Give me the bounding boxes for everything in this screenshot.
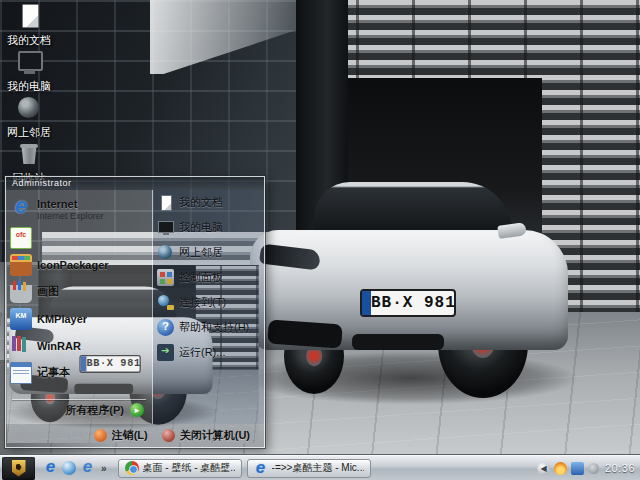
menu-item-label: 画图 [37,284,59,299]
control-panel-icon [157,269,174,286]
start-menu-columns: Internet Internet Explorer IconPackager … [6,190,264,424]
internet-explorer-icon [254,461,268,475]
quick-launch-desktop-icon[interactable] [62,461,76,475]
quick-launch-overflow-chevron[interactable]: » [99,463,109,474]
menu-item-run[interactable]: 运行(R)... [153,340,264,365]
desktop: BB·X 981 www.zhuoku.com 我的文档 我的电脑 网上邻居 回… [0,0,640,480]
network-places-icon [157,244,174,261]
all-programs-button[interactable]: 所有程序(P) ▸ [6,400,152,420]
my-computer-icon [16,49,42,75]
system-tray: ◀ 20:36 [537,456,640,480]
task-title: -=>>桌酷主题 - Mic... [272,461,364,475]
desktop-icon-label: 我的电脑 [2,80,56,92]
quick-launch-browser-icon[interactable] [79,460,96,477]
menu-item-my-computer[interactable]: 我的电脑 [153,215,264,240]
my-computer-icon [157,219,174,236]
my-documents-icon [157,194,174,211]
hide-tray-icons-button[interactable]: ◀ [537,462,550,475]
paint-icon [10,281,32,303]
menu-separator [12,399,146,400]
menu-item-label: WinRAR [37,340,81,352]
desktop-icon-label: 我的文档 [2,34,56,46]
task-title: 桌面 - 壁纸 - 桌酷壁... [143,461,235,475]
menu-item-sublabel: Internet Explorer [37,212,104,221]
logoff-label: 注销(L) [112,428,148,443]
menu-item-paint[interactable]: 画图 [6,278,152,305]
ofc-app-icon [10,227,32,249]
shutdown-label: 关闭计算机(U) [180,428,250,443]
menu-item-kmplayer[interactable]: KMPlayer [6,305,152,332]
my-documents-icon [16,3,42,29]
kmplayer-icon [10,308,32,330]
menu-item-label: KMPlayer [37,313,87,325]
menu-item-control-panel[interactable]: 控制面板 [153,265,264,290]
taskbar-task-wallpaper-page[interactable]: 桌面 - 壁纸 - 桌酷壁... [118,459,242,478]
taskbar-task-theme-page[interactable]: -=>>桌酷主题 - Mic... [247,459,371,478]
tray-flame-icon[interactable] [554,462,567,475]
shutdown-button[interactable]: 关闭计算机(U) [162,427,250,445]
license-plate: BB·X 981 [360,289,456,317]
car-intake-center [352,334,444,350]
menu-item-label: 控制面板 [179,270,223,285]
car-intake-left [267,319,342,348]
menu-item-label: IconPackager [37,259,109,271]
start-menu-bottom-bar: 注销(L) 关闭计算机(U) [6,424,264,447]
menu-item-label: 连接到(T) [179,295,226,310]
menu-item-label: Internet [37,198,77,210]
start-menu: BB·X 981 Administrator Internet Internet… [5,176,265,448]
menu-item-ofc-app[interactable] [6,224,152,251]
menu-item-label: 我的文档 [179,195,223,210]
internet-explorer-icon [10,196,32,218]
menu-item-connect-to[interactable]: 连接到(T) [153,290,264,315]
menu-item-help-support[interactable]: 帮助和支持(H) [153,315,264,340]
desktop-icon-my-documents[interactable]: 我的文档 [2,3,56,47]
all-programs-arrow-icon: ▸ [130,403,144,417]
menu-item-label: 记事本 [37,365,70,380]
menu-item-label: 网上邻居 [179,245,223,260]
help-support-icon [157,319,174,336]
desktop-icon-network-places[interactable]: 网上邻居 [2,95,56,139]
recycle-bin-icon [16,141,42,167]
menu-item-notepad[interactable]: 记事本 [6,359,152,386]
desktop-icon-label: 网上邻居 [2,126,56,138]
quick-launch: » [38,460,113,477]
menu-item-network-places[interactable]: 网上邻居 [153,240,264,265]
tray-messenger-icon[interactable] [571,462,584,475]
logoff-button[interactable]: 注销(L) [94,427,148,445]
logoff-icon [94,429,107,442]
start-button[interactable] [2,457,35,480]
plate-eu-strip [362,291,371,315]
shutdown-icon [162,429,175,442]
menu-item-my-documents[interactable]: 我的文档 [153,190,264,215]
chrome-icon [125,461,139,475]
porsche-crest-icon [12,460,26,477]
quick-launch-ie-icon[interactable] [42,460,59,477]
all-programs-label: 所有程序(P) [65,403,124,418]
menu-item-label: 我的电脑 [179,220,223,235]
iconpackager-icon [10,254,32,276]
network-places-icon [16,95,42,121]
menu-item-label: 帮助和支持(H) [179,320,249,335]
tray-volume-icon[interactable] [588,463,599,474]
start-menu-user-banner: Administrator [6,177,264,190]
menu-item-label: 运行(R)... [179,345,225,360]
notepad-icon [10,362,32,384]
connect-to-icon [157,294,174,311]
plate-number: BB·X 981 [371,294,456,312]
run-icon [157,344,174,361]
winrar-icon [10,335,32,357]
taskbar: » 桌面 - 壁纸 - 桌酷壁... -=>>桌酷主题 - Mic... ◀ 2… [0,455,640,480]
start-menu-left-column: Internet Internet Explorer IconPackager … [6,190,153,424]
desktop-icon-my-computer[interactable]: 我的电脑 [2,49,56,93]
taskbar-clock: 20:36 [603,462,635,474]
menu-item-winrar[interactable]: WinRAR [6,332,152,359]
start-menu-right-column: 我的文档 我的电脑 网上邻居 控制面板 连接到(T) [153,190,264,424]
menu-item-iconpackager[interactable]: IconPackager [6,251,152,278]
desktop-icon-column: 我的文档 我的电脑 网上邻居 回收站 [2,3,56,187]
menu-item-internet[interactable]: Internet Internet Explorer [6,190,152,224]
